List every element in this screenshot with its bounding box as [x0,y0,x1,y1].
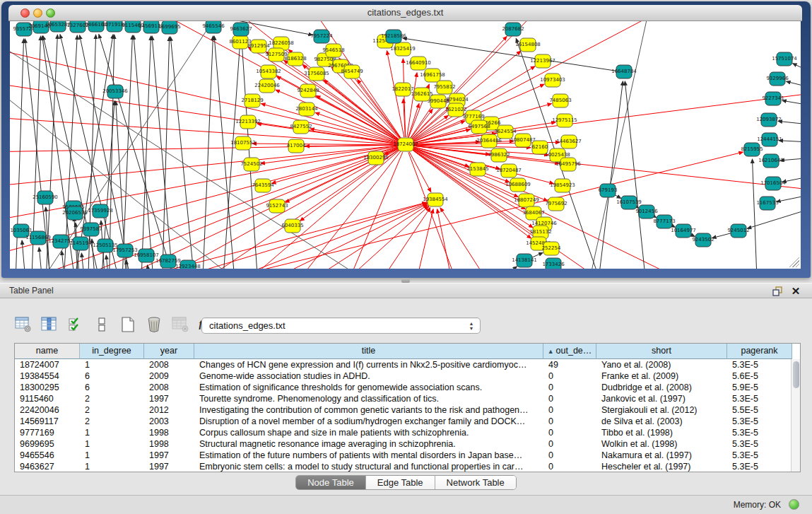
table-body: 1872400712008Changes of HCN gene express… [15,359,800,472]
graph-edge[interactable] [31,21,222,269]
tab-node-table[interactable]: Node Table [296,476,366,489]
graph-edge[interactable] [134,35,155,269]
graph-edge[interactable] [413,145,531,147]
graph-edge[interactable] [342,152,403,269]
graph-edge[interactable] [39,247,44,269]
graph-edge[interactable] [162,37,170,269]
graph-edge[interactable] [787,81,801,90]
table-row[interactable]: 911546021997Tourette syndrome. Phenomeno… [15,393,800,404]
select-columns-icon[interactable] [66,315,85,334]
tab-edge-table[interactable]: Edge Table [366,476,435,489]
graph-edge[interactable] [625,81,647,269]
table-row[interactable]: 1872400712008Changes of HCN gene express… [15,359,800,370]
row-height-icon[interactable] [93,315,111,334]
window-resize-grip[interactable] [789,257,799,267]
graph-node-label: 19384554 [423,197,448,202]
column-header-short[interactable]: short [596,344,727,359]
table-cell: 2 [80,393,144,404]
table-vertical-scrollbar[interactable] [791,359,800,472]
graph-edge[interactable] [81,253,86,269]
graph-edge[interactable] [66,202,426,269]
graph-edge[interactable] [10,145,398,152]
sort-ascending-icon: ▲ [548,348,554,355]
new-table-icon[interactable] [119,315,137,334]
graph-edge[interactable] [413,121,465,142]
table-cell: Tibbo et al. (1998) [596,427,727,438]
graph-edge[interactable] [793,64,801,78]
graph-edge[interactable] [777,192,801,201]
network-canvas[interactable]: 1872400718300295193845548601123891295418… [10,21,801,269]
column-header-out_de[interactable]: ▲out_de… [543,344,596,359]
table-row[interactable]: 946554611997Estimation of the future num… [15,450,800,461]
table-mode-icon[interactable] [14,315,33,334]
graph-edge[interactable] [596,81,623,269]
graph-node-label: 7957224 [310,33,333,39]
table-cell: 5.3E-5 [727,461,792,472]
graph-edge[interactable] [476,267,517,269]
graph-edge[interactable] [403,59,405,137]
delete-table-icon[interactable] [145,315,163,334]
node-table: namein_degreeyeartitle▲out_de…shortpager… [14,343,801,472]
graph-node-label: 417004 [287,143,306,148]
dropdown-stepper-icon: ▲▼ [467,320,476,332]
float-window-icon[interactable] [771,286,784,297]
graph-edge[interactable] [22,240,27,269]
graph-edge[interactable] [437,209,455,269]
table-row[interactable]: 2242004622012Investigating the contribut… [15,404,800,416]
graph-edge[interactable] [712,233,731,238]
table-row[interactable]: 969969511998Structural magnetic resonanc… [15,438,800,450]
graph-node-label: 11156869 [25,235,51,240]
graph-node-label: 9777169 [462,114,484,119]
graph-edge[interactable] [328,206,428,269]
graph-edge[interactable] [440,208,498,269]
column-header-name[interactable]: name [15,344,80,359]
table-cell: 0 [543,450,596,461]
table-row[interactable]: 1456911722003Disruption of a novel membe… [15,416,800,427]
graph-edge[interactable] [403,38,616,71]
graph-node-label: 6497568 [468,124,490,129]
graph-node-label: 19218586 [381,33,406,39]
scrollbar-thumb[interactable] [793,361,799,388]
memory-ok-indicator[interactable] [789,499,799,510]
graph-edge[interactable] [752,159,758,269]
graph-node-label: 8912954 [247,43,270,49]
table-selector-value: citations_edges.txt [209,320,286,331]
graph-node-label: 15751074 [772,56,797,62]
graph-edge[interactable] [586,21,649,269]
citation-network-graph[interactable]: 1872400718300295193845548601123891295418… [10,21,801,269]
graph-node-label: 6040335 [281,223,303,228]
graph-edge[interactable] [214,36,236,269]
graph-node-label: 9465546 [202,23,225,29]
tab-network-table[interactable]: Network Table [435,476,516,489]
graph-edge[interactable] [407,73,417,137]
column-header-pagerank[interactable]: pagerank [727,344,792,359]
window-titlebar[interactable]: citations_edges.txt [8,5,802,21]
table-row[interactable]: 1830029562008Estimation of significance … [15,382,800,393]
table-row[interactable]: 946362711997Embryonic stem cells: a mode… [15,461,800,472]
close-panel-icon[interactable]: ✕ [789,286,802,297]
table-panel-title: Table Panel [9,284,54,298]
table-cell: 2003 [144,416,194,427]
graph-edge[interactable] [170,37,195,269]
table-cell: 9463627 [15,461,80,472]
table-row[interactable]: 1938455462009Genome-wide association stu… [15,370,800,382]
graph-edge[interactable] [10,81,398,144]
column-header-in_degree[interactable]: in_degree [80,344,144,359]
table-cell: 5.6E-5 [727,370,792,382]
table-row[interactable]: 977716911998Corpus callosum shape and si… [15,427,800,438]
table-toolbar: f(x) [14,314,216,335]
graph-edge[interactable] [408,152,462,269]
graph-edge[interactable] [286,151,401,269]
graph-edge[interactable] [10,117,398,144]
column-header-year[interactable]: year [144,344,194,359]
graph-node-label: 16961758 [420,72,445,78]
graph-node-label: 1815132 [529,229,551,235]
graph-edge[interactable] [782,100,801,107]
table-selector-dropdown[interactable]: citations_edges.txt ▲▼ [201,317,481,334]
graph-node-label: 9329966 [766,76,789,81]
column-show-icon[interactable] [40,315,59,334]
graph-edge[interactable] [346,74,401,139]
graph-edge[interactable] [202,36,213,269]
column-header-title[interactable]: title [194,344,543,359]
graph-edge[interactable] [252,144,398,145]
